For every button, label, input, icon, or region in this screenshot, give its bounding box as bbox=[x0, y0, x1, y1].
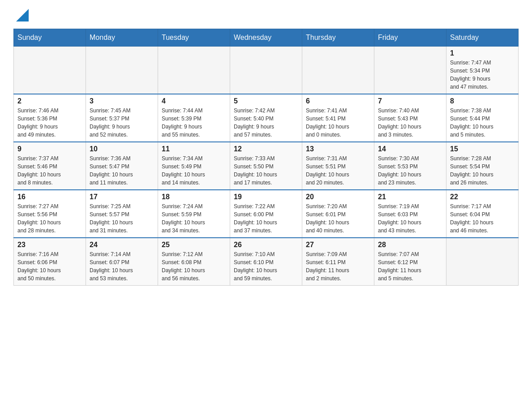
calendar-header-row: SundayMondayTuesdayWednesdayThursdayFrid… bbox=[14, 29, 519, 47]
day-number: 14 bbox=[378, 145, 442, 153]
calendar-cell: 10Sunrise: 7:36 AMSunset: 5:47 PMDayligh… bbox=[86, 142, 158, 190]
day-number: 21 bbox=[378, 193, 442, 201]
day-info: Sunrise: 7:12 AMSunset: 6:08 PMDaylight:… bbox=[162, 250, 226, 283]
calendar-cell: 1Sunrise: 7:47 AMSunset: 5:34 PMDaylight… bbox=[446, 47, 519, 94]
day-info: Sunrise: 7:38 AMSunset: 5:44 PMDaylight:… bbox=[450, 107, 515, 139]
calendar-cell: 2Sunrise: 7:46 AMSunset: 5:36 PMDaylight… bbox=[14, 94, 86, 142]
calendar-cell: 25Sunrise: 7:12 AMSunset: 6:08 PMDayligh… bbox=[158, 238, 230, 286]
calendar-cell: 17Sunrise: 7:25 AMSunset: 5:57 PMDayligh… bbox=[86, 190, 158, 238]
day-info: Sunrise: 7:14 AMSunset: 6:07 PMDaylight:… bbox=[90, 250, 154, 283]
day-info: Sunrise: 7:31 AMSunset: 5:51 PMDaylight:… bbox=[306, 154, 370, 187]
calendar-cell: 7Sunrise: 7:40 AMSunset: 5:43 PMDaylight… bbox=[374, 94, 446, 142]
day-number: 9 bbox=[17, 145, 82, 153]
day-number: 7 bbox=[378, 97, 442, 105]
day-number: 28 bbox=[378, 241, 442, 249]
calendar-cell: 26Sunrise: 7:10 AMSunset: 6:10 PMDayligh… bbox=[230, 238, 302, 286]
day-info: Sunrise: 7:22 AMSunset: 6:00 PMDaylight:… bbox=[234, 202, 298, 235]
calendar-week-4: 16Sunrise: 7:27 AMSunset: 5:56 PMDayligh… bbox=[14, 190, 519, 238]
day-info: Sunrise: 7:30 AMSunset: 5:53 PMDaylight:… bbox=[378, 154, 442, 187]
calendar-cell: 4Sunrise: 7:44 AMSunset: 5:39 PMDaylight… bbox=[158, 94, 230, 142]
calendar-cell bbox=[158, 47, 230, 94]
header-thursday: Thursday bbox=[302, 29, 374, 47]
calendar: SundayMondayTuesdayWednesdayThursdayFrid… bbox=[13, 29, 519, 286]
calendar-cell bbox=[86, 47, 158, 94]
calendar-cell: 11Sunrise: 7:34 AMSunset: 5:49 PMDayligh… bbox=[158, 142, 230, 190]
day-info: Sunrise: 7:40 AMSunset: 5:43 PMDaylight:… bbox=[378, 107, 442, 139]
day-number: 5 bbox=[234, 97, 298, 105]
day-number: 10 bbox=[90, 145, 154, 153]
calendar-cell: 24Sunrise: 7:14 AMSunset: 6:07 PMDayligh… bbox=[86, 238, 158, 286]
day-number: 12 bbox=[234, 145, 298, 153]
day-number: 24 bbox=[90, 241, 154, 249]
day-info: Sunrise: 7:07 AMSunset: 6:12 PMDaylight:… bbox=[378, 250, 442, 283]
calendar-cell bbox=[446, 238, 519, 286]
day-info: Sunrise: 7:42 AMSunset: 5:40 PMDaylight:… bbox=[234, 107, 298, 139]
day-info: Sunrise: 7:36 AMSunset: 5:47 PMDaylight:… bbox=[90, 154, 154, 187]
calendar-cell: 15Sunrise: 7:28 AMSunset: 5:54 PMDayligh… bbox=[446, 142, 519, 190]
calendar-cell: 6Sunrise: 7:41 AMSunset: 5:41 PMDaylight… bbox=[302, 94, 374, 142]
header-monday: Monday bbox=[86, 29, 158, 47]
calendar-cell bbox=[230, 47, 302, 94]
day-info: Sunrise: 7:09 AMSunset: 6:11 PMDaylight:… bbox=[306, 250, 370, 283]
calendar-cell: 5Sunrise: 7:42 AMSunset: 5:40 PMDaylight… bbox=[230, 94, 302, 142]
header-sunday: Sunday bbox=[14, 29, 86, 47]
day-info: Sunrise: 7:44 AMSunset: 5:39 PMDaylight:… bbox=[162, 107, 226, 139]
day-info: Sunrise: 7:28 AMSunset: 5:54 PMDaylight:… bbox=[450, 154, 515, 187]
day-info: Sunrise: 7:46 AMSunset: 5:36 PMDaylight:… bbox=[17, 107, 82, 139]
day-number: 1 bbox=[450, 49, 515, 57]
day-info: Sunrise: 7:20 AMSunset: 6:01 PMDaylight:… bbox=[306, 202, 370, 235]
day-number: 17 bbox=[90, 193, 154, 201]
logo bbox=[13, 9, 29, 21]
day-number: 11 bbox=[162, 145, 226, 153]
day-number: 8 bbox=[450, 97, 515, 105]
day-number: 4 bbox=[162, 97, 226, 105]
calendar-cell bbox=[302, 47, 374, 94]
calendar-cell: 12Sunrise: 7:33 AMSunset: 5:50 PMDayligh… bbox=[230, 142, 302, 190]
day-info: Sunrise: 7:27 AMSunset: 5:56 PMDaylight:… bbox=[17, 202, 82, 235]
day-info: Sunrise: 7:41 AMSunset: 5:41 PMDaylight:… bbox=[306, 107, 370, 139]
calendar-cell: 9Sunrise: 7:37 AMSunset: 5:46 PMDaylight… bbox=[14, 142, 86, 190]
day-info: Sunrise: 7:45 AMSunset: 5:37 PMDaylight:… bbox=[90, 107, 154, 139]
calendar-week-2: 2Sunrise: 7:46 AMSunset: 5:36 PMDaylight… bbox=[14, 94, 519, 142]
calendar-cell: 23Sunrise: 7:16 AMSunset: 6:06 PMDayligh… bbox=[14, 238, 86, 286]
calendar-cell bbox=[374, 47, 446, 94]
day-number: 23 bbox=[17, 241, 82, 249]
day-number: 15 bbox=[450, 145, 515, 153]
calendar-week-1: 1Sunrise: 7:47 AMSunset: 5:34 PMDaylight… bbox=[14, 47, 519, 94]
day-number: 22 bbox=[450, 193, 515, 201]
day-info: Sunrise: 7:19 AMSunset: 6:03 PMDaylight:… bbox=[378, 202, 442, 235]
day-info: Sunrise: 7:10 AMSunset: 6:10 PMDaylight:… bbox=[234, 250, 298, 283]
day-info: Sunrise: 7:24 AMSunset: 5:59 PMDaylight:… bbox=[162, 202, 226, 235]
calendar-cell: 13Sunrise: 7:31 AMSunset: 5:51 PMDayligh… bbox=[302, 142, 374, 190]
day-number: 13 bbox=[306, 145, 370, 153]
calendar-cell: 8Sunrise: 7:38 AMSunset: 5:44 PMDaylight… bbox=[446, 94, 519, 142]
svg-marker-0 bbox=[16, 9, 29, 21]
calendar-cell: 28Sunrise: 7:07 AMSunset: 6:12 PMDayligh… bbox=[374, 238, 446, 286]
day-number: 6 bbox=[306, 97, 370, 105]
day-number: 25 bbox=[162, 241, 226, 249]
calendar-cell: 3Sunrise: 7:45 AMSunset: 5:37 PMDaylight… bbox=[86, 94, 158, 142]
day-number: 16 bbox=[17, 193, 82, 201]
day-info: Sunrise: 7:33 AMSunset: 5:50 PMDaylight:… bbox=[234, 154, 298, 187]
day-info: Sunrise: 7:34 AMSunset: 5:49 PMDaylight:… bbox=[162, 154, 226, 187]
day-number: 19 bbox=[234, 193, 298, 201]
header-tuesday: Tuesday bbox=[158, 29, 230, 47]
day-info: Sunrise: 7:17 AMSunset: 6:04 PMDaylight:… bbox=[450, 202, 515, 235]
header-wednesday: Wednesday bbox=[230, 29, 302, 47]
logo-triangle-icon bbox=[16, 9, 29, 21]
day-number: 26 bbox=[234, 241, 298, 249]
day-info: Sunrise: 7:47 AMSunset: 5:34 PMDaylight:… bbox=[450, 59, 515, 91]
calendar-cell: 20Sunrise: 7:20 AMSunset: 6:01 PMDayligh… bbox=[302, 190, 374, 238]
day-number: 2 bbox=[17, 97, 82, 105]
calendar-cell: 14Sunrise: 7:30 AMSunset: 5:53 PMDayligh… bbox=[374, 142, 446, 190]
calendar-cell: 18Sunrise: 7:24 AMSunset: 5:59 PMDayligh… bbox=[158, 190, 230, 238]
day-info: Sunrise: 7:25 AMSunset: 5:57 PMDaylight:… bbox=[90, 202, 154, 235]
calendar-cell: 19Sunrise: 7:22 AMSunset: 6:00 PMDayligh… bbox=[230, 190, 302, 238]
day-number: 27 bbox=[306, 241, 370, 249]
calendar-cell bbox=[14, 47, 86, 94]
day-number: 18 bbox=[162, 193, 226, 201]
day-info: Sunrise: 7:37 AMSunset: 5:46 PMDaylight:… bbox=[17, 154, 82, 187]
day-info: Sunrise: 7:16 AMSunset: 6:06 PMDaylight:… bbox=[17, 250, 82, 283]
calendar-cell: 16Sunrise: 7:27 AMSunset: 5:56 PMDayligh… bbox=[14, 190, 86, 238]
calendar-cell: 27Sunrise: 7:09 AMSunset: 6:11 PMDayligh… bbox=[302, 238, 374, 286]
